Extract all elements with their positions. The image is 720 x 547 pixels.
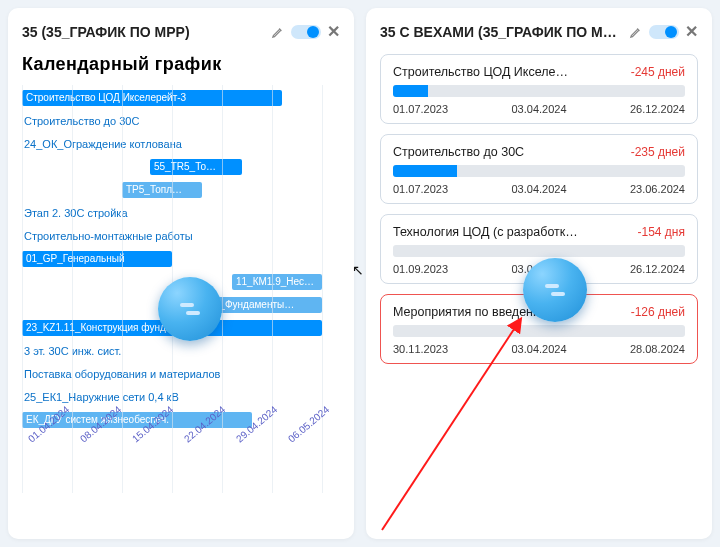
gantt-row[interactable]: Поставка оборудования и материалов — [22, 364, 340, 384]
milestones-panel: 35 С ВЕХАМИ (35_ГРАФИК ПО МРР… ✕ Строите… — [366, 8, 712, 539]
milestone-delta: -235 дней — [631, 145, 685, 159]
milestone-start-date: 01.07.2023 — [393, 103, 448, 115]
panel-title: 35 (35_ГРАФИК ПО МРР) — [22, 24, 265, 40]
gantt-row-label: Этап 2. 30С стройка — [22, 205, 130, 221]
milestone-mid-date: 03.04.2024 — [511, 103, 566, 115]
milestone-delta: -126 дней — [631, 305, 685, 319]
milestone-end-date: 26.12.2024 — [630, 263, 685, 275]
milestone-card[interactable]: Строительство ЦОД Икселе…-245 дней01.07.… — [380, 54, 698, 124]
gantt-row[interactable]: 11_КМ1.9_Нес… — [22, 272, 340, 292]
gantt-row-label: 24_ОК_Ограждение котлована — [22, 136, 184, 152]
milestone-card[interactable]: Мероприятия по введению…-126 дней30.11.2… — [380, 294, 698, 364]
gantt-row-label: 25_ЕК1_Наружние сети 0,4 кВ — [22, 389, 181, 405]
gantt-panel: 35 (35_ГРАФИК ПО МРР) ✕ Календарный граф… — [8, 8, 354, 539]
milestone-end-date: 23.06.2024 — [630, 183, 685, 195]
gantt-row[interactable]: 3 эт. 30С инж. сист. — [22, 341, 340, 361]
milestone-name: Строительство ЦОД Икселе… — [393, 65, 625, 79]
gantt-row[interactable]: Строительство до 30С — [22, 111, 340, 131]
gantt-chart[interactable]: Строительство ЦОД Икселерейт-3Строительс… — [22, 85, 340, 523]
milestone-card[interactable]: Технология ЦОД (с разработк…-154 дня01.0… — [380, 214, 698, 284]
gantt-row[interactable]: 55_TR5_То… — [22, 157, 340, 177]
close-icon[interactable]: ✕ — [685, 24, 698, 40]
milestone-end-date: 26.12.2024 — [630, 103, 685, 115]
gantt-row-label: Строительство до 30С — [22, 113, 141, 129]
milestone-progress — [393, 245, 685, 257]
gantt-bar[interactable]: 01_GP_Генеральный — [22, 251, 172, 267]
gantt-x-axis: 01.04.202408.04.202415.04.202422.04.2024… — [22, 436, 340, 447]
milestone-mid-date: 03.04.2024 — [511, 263, 566, 275]
milestone-start-date: 01.09.2023 — [393, 263, 448, 275]
milestone-name: Технология ЦОД (с разработк… — [393, 225, 632, 239]
gantt-bar[interactable]: ТР5_Топл… — [122, 182, 202, 198]
milestone-mid-date: 03.04.2024 — [511, 183, 566, 195]
milestone-start-date: 01.07.2023 — [393, 183, 448, 195]
gantt-row[interactable]: 25_ЕК1_Наружние сети 0,4 кВ — [22, 387, 340, 407]
milestone-delta: -154 дня — [638, 225, 685, 239]
visibility-toggle[interactable] — [291, 25, 321, 39]
close-icon[interactable]: ✕ — [327, 24, 340, 40]
gantt-row-label: Поставка оборудования и материалов — [22, 366, 222, 382]
milestone-progress — [393, 165, 685, 177]
gantt-row[interactable]: Строительство ЦОД Икселерейт-3 — [22, 88, 340, 108]
milestone-name: Мероприятия по введению… — [393, 305, 625, 319]
gantt-row[interactable]: Строительно-монтажные работы — [22, 226, 340, 246]
milestone-mid-date: 03.04.2024 — [511, 343, 566, 355]
gantt-row-label: 3 эт. 30С инж. сист. — [22, 343, 123, 359]
gantt-bar[interactable]: Строительство ЦОД Икселерейт-3 — [22, 90, 282, 106]
gantt-row[interactable]: Этап 2. 30С стройка — [22, 203, 340, 223]
gantt-row[interactable]: 24_ОК_Ограждение котлована — [22, 134, 340, 154]
panel-title: 35 С ВЕХАМИ (35_ГРАФИК ПО МРР… — [380, 24, 623, 40]
edit-icon[interactable] — [271, 25, 285, 39]
gantt-bar[interactable]: 23_KZ1.11_Конструкция фундамент… — [22, 320, 322, 336]
milestone-end-date: 28.08.2024 — [630, 343, 685, 355]
gantt-bar[interactable]: 55_TR5_То… — [150, 159, 242, 175]
milestone-progress — [393, 85, 685, 97]
milestone-delta: -245 дней — [631, 65, 685, 79]
milestone-name: Строительство до 30С — [393, 145, 625, 159]
chart-title: Календарный график — [22, 54, 340, 75]
milestone-card[interactable]: Строительство до 30С-235 дней01.07.20230… — [380, 134, 698, 204]
panel-header-right: 35 С ВЕХАМИ (35_ГРАФИК ПО МРР… ✕ — [380, 24, 698, 40]
edit-icon[interactable] — [629, 25, 643, 39]
gantt-row[interactable]: 01_GP_Генеральный — [22, 249, 340, 269]
gantt-bar[interactable]: 11_КМ1.9_Нес… — [232, 274, 322, 290]
gantt-row[interactable]: ТР5_Топл… — [22, 180, 340, 200]
gantt-row[interactable]: 19_KZ1.7_Фундаменты… — [22, 295, 340, 315]
gantt-row-label: Строительно-монтажные работы — [22, 228, 195, 244]
milestone-start-date: 30.11.2023 — [393, 343, 448, 355]
milestone-progress — [393, 325, 685, 337]
gantt-row[interactable]: 23_KZ1.11_Конструкция фундамент… — [22, 318, 340, 338]
visibility-toggle[interactable] — [649, 25, 679, 39]
gantt-bar[interactable]: 19_KZ1.7_Фундаменты… — [172, 297, 322, 313]
panel-header-left: 35 (35_ГРАФИК ПО МРР) ✕ — [22, 24, 340, 40]
